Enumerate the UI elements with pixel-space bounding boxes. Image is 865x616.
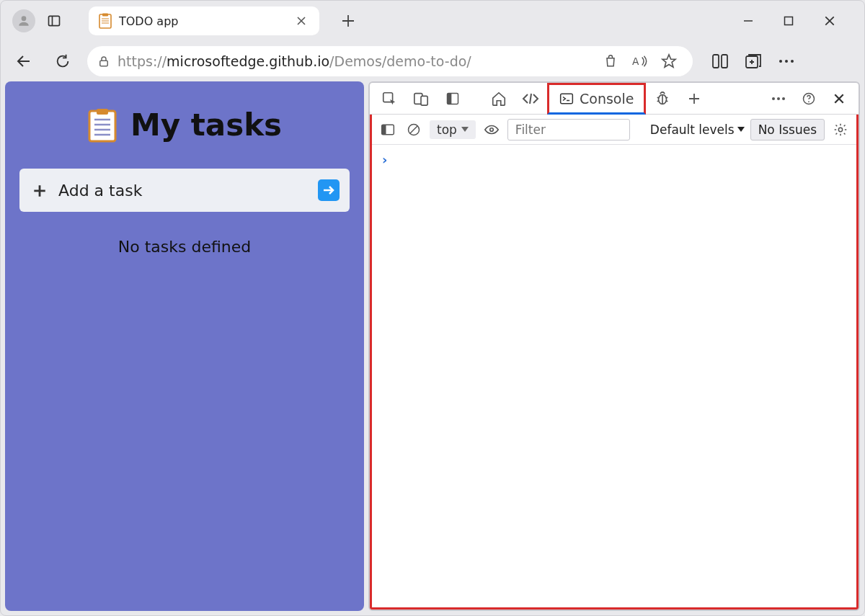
console-panel: top Default levels No Issues (370, 115, 859, 610)
tab-title: TODO app (119, 14, 286, 28)
read-aloud-button[interactable]: A (632, 54, 654, 68)
close-icon (833, 93, 845, 104)
svg-rect-41 (561, 94, 573, 103)
empty-state-text: No tasks defined (14, 238, 355, 256)
svg-line-47 (657, 100, 660, 101)
address-bar[interactable]: https://microsoftedge.github.io/Demos/de… (87, 46, 693, 76)
window-close-button[interactable] (824, 15, 844, 27)
device-toolbar-button[interactable] (406, 83, 436, 115)
svg-point-0 (22, 16, 27, 21)
tab-console[interactable]: Console (547, 83, 646, 115)
svg-rect-13 (785, 17, 793, 25)
more-button[interactable] (778, 58, 795, 64)
dock-side-button[interactable] (438, 83, 468, 115)
svg-point-51 (772, 97, 775, 100)
tab-issues[interactable] (647, 83, 678, 115)
console-output[interactable]: › (372, 145, 856, 607)
chevron-down-icon (461, 127, 469, 133)
svg-rect-4 (102, 14, 108, 17)
nav-back-button[interactable] (9, 47, 38, 76)
clipboard-icon (99, 13, 112, 29)
more-tabs-button[interactable] (679, 83, 709, 115)
url-path: /Demos/demo-to-do/ (329, 53, 471, 69)
content-area: My tasks ＋ Add a task No tasks defined (5, 81, 860, 611)
devtools-close-button[interactable] (824, 83, 854, 115)
bug-icon (655, 91, 670, 107)
svg-rect-37 (421, 96, 427, 105)
log-levels-select[interactable]: Default levels (650, 122, 745, 137)
console-sidebar-toggle[interactable] (378, 120, 398, 140)
webpage-viewport: My tasks ＋ Add a task No tasks defined (5, 81, 364, 611)
page-header: My tasks (14, 107, 355, 143)
context-selector[interactable]: top (430, 120, 476, 139)
read-aloud-icon: A (632, 54, 648, 68)
svg-rect-17 (100, 61, 108, 66)
close-icon (296, 16, 306, 26)
collections-button[interactable] (745, 53, 762, 69)
add-task-input[interactable]: ＋ Add a task (19, 169, 350, 212)
minimize-icon (743, 16, 753, 26)
url-prefix: https:// (117, 53, 167, 69)
plus-icon: ＋ (30, 177, 50, 204)
log-levels-label: Default levels (650, 122, 735, 137)
inspect-element-button[interactable] (374, 83, 404, 115)
svg-rect-59 (382, 125, 386, 134)
svg-text:A: A (632, 56, 639, 68)
eye-icon (484, 124, 500, 135)
tab-welcome[interactable] (484, 83, 514, 115)
arrow-left-icon (15, 53, 32, 70)
new-tab-button[interactable] (335, 8, 361, 34)
console-toolbar: top Default levels No Issues (372, 115, 856, 145)
browser-tab[interactable]: TODO app (89, 6, 319, 35)
profile-button[interactable] (12, 9, 35, 32)
svg-rect-39 (448, 93, 452, 104)
plus-icon (688, 92, 701, 105)
shopping-button[interactable] (603, 54, 625, 68)
dots-icon (771, 97, 786, 101)
svg-marker-62 (461, 127, 469, 132)
svg-point-65 (838, 128, 842, 131)
tab-close-button[interactable] (293, 13, 309, 29)
console-prompt-icon: › (382, 152, 387, 167)
inspect-icon (381, 91, 397, 107)
console-settings-button[interactable] (830, 120, 851, 140)
svg-point-55 (808, 101, 809, 102)
toolbar-right (711, 53, 795, 69)
url-host: microsoftedge.github.io (167, 53, 329, 69)
issues-button[interactable]: No Issues (750, 119, 825, 140)
tab-elements[interactable] (515, 83, 546, 115)
devtools-more-button[interactable] (763, 83, 794, 115)
svg-point-26 (785, 60, 788, 63)
clear-icon (407, 122, 421, 137)
devtools-help-button[interactable] (794, 83, 824, 115)
svg-point-53 (782, 97, 785, 100)
console-icon (559, 92, 574, 105)
window-minimize-button[interactable] (743, 16, 763, 26)
clear-console-button[interactable] (404, 120, 424, 140)
add-task-submit-button[interactable] (318, 179, 340, 201)
site-info-button[interactable] (97, 55, 110, 68)
tab-console-label: Console (580, 91, 634, 107)
console-filter-input[interactable] (507, 119, 630, 140)
close-icon (824, 15, 835, 27)
live-expression-button[interactable] (482, 120, 502, 140)
page-title: My tasks (130, 107, 282, 143)
maximize-icon (784, 16, 794, 26)
collections-icon (745, 53, 762, 69)
svg-line-45 (657, 97, 660, 98)
dock-icon (445, 91, 460, 106)
tab-actions-icon (47, 14, 61, 28)
window-maximize-button[interactable] (784, 16, 804, 26)
devtools-panel: Console top (368, 81, 860, 611)
tab-actions-button[interactable] (41, 8, 67, 34)
gear-icon (833, 122, 848, 137)
browser-titlebar: TODO app (1, 1, 864, 41)
nav-refresh-button[interactable] (48, 47, 77, 76)
svg-rect-20 (713, 55, 719, 68)
chevron-down-icon (737, 127, 745, 133)
code-icon (522, 91, 539, 106)
split-screen-button[interactable] (711, 53, 729, 69)
favorites-button[interactable] (661, 53, 683, 69)
svg-rect-1 (49, 16, 60, 25)
star-icon (661, 53, 677, 69)
